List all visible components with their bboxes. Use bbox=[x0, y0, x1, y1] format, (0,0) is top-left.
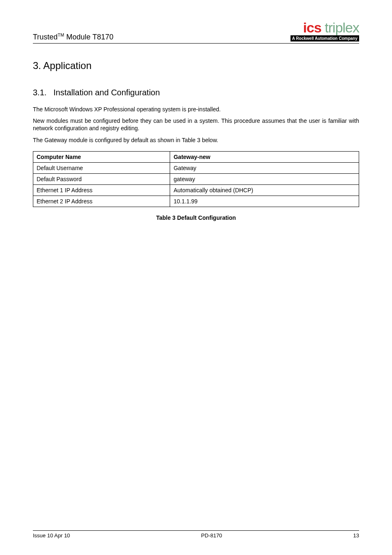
paragraph-3: The Gateway module is configured by defa… bbox=[33, 136, 359, 144]
paragraph-2: New modules must be configured before th… bbox=[33, 117, 359, 132]
subsection-number: 3.1. bbox=[33, 88, 46, 97]
cell-label: Ethernet 2 IP Address bbox=[33, 196, 170, 207]
product-name: Trusted bbox=[33, 33, 58, 41]
cell-label: Default Password bbox=[33, 173, 170, 184]
logo-bar-suffix: Company bbox=[338, 36, 357, 41]
header-left: TrustedTM Module T8170 bbox=[33, 32, 113, 41]
cell-value: Gateway bbox=[170, 162, 359, 173]
table-caption: Table 3 Default Configuration bbox=[33, 214, 359, 221]
cell-value: Automatically obtained (DHCP) bbox=[170, 184, 359, 196]
header-cell-value: Gateway-new bbox=[170, 151, 359, 162]
cell-value: gateway bbox=[170, 173, 359, 184]
subsection-title: Installation and Configuration bbox=[53, 88, 160, 97]
footer-issue: Issue 10 Apr 10 bbox=[33, 532, 70, 539]
section-number: 3. bbox=[33, 60, 41, 71]
table-row: Default Username Gateway bbox=[33, 162, 359, 173]
cell-label: Default Username bbox=[33, 162, 170, 173]
logo-ics: ics bbox=[303, 20, 321, 35]
logo-bar-prefix: A bbox=[292, 36, 296, 41]
footer-doc-id: PD-8170 bbox=[201, 532, 222, 539]
header-cell-name: Computer Name bbox=[33, 151, 170, 162]
paragraph-1: The Microsoft Windows XP Professional op… bbox=[33, 106, 359, 113]
page-footer: Issue 10 Apr 10 PD-8170 13 bbox=[33, 530, 359, 539]
logo-bar-brand: Rockwell Automation bbox=[296, 36, 337, 41]
logo-block: ics triplex A Rockwell Automation Compan… bbox=[291, 21, 359, 41]
logo-triplex: triplex bbox=[321, 20, 359, 35]
logo-text: ics triplex bbox=[291, 21, 359, 35]
cell-label: Ethernet 1 IP Address bbox=[33, 184, 170, 196]
page-container: TrustedTM Module T8170 ics triplex A Roc… bbox=[0, 0, 392, 555]
subsection-heading: 3.1. Installation and Configuration bbox=[33, 88, 359, 97]
section-heading: 3. Application bbox=[33, 60, 359, 71]
module-id: Module T8170 bbox=[64, 33, 113, 41]
table-row: Ethernet 1 IP Address Automatically obta… bbox=[33, 184, 359, 196]
footer-page-number: 13 bbox=[353, 532, 359, 539]
logo-tagline: A Rockwell Automation Company bbox=[291, 35, 359, 41]
table-row: Default Password gateway bbox=[33, 173, 359, 184]
section-title: Application bbox=[43, 60, 91, 71]
trademark: TM bbox=[58, 32, 64, 37]
table-row: Ethernet 2 IP Address 10.1.1.99 bbox=[33, 196, 359, 207]
table-header-row: Computer Name Gateway-new bbox=[33, 151, 359, 162]
page-header: TrustedTM Module T8170 ics triplex A Roc… bbox=[33, 21, 359, 44]
config-table: Computer Name Gateway-new Default Userna… bbox=[33, 151, 359, 207]
cell-value: 10.1.1.99 bbox=[170, 196, 359, 207]
